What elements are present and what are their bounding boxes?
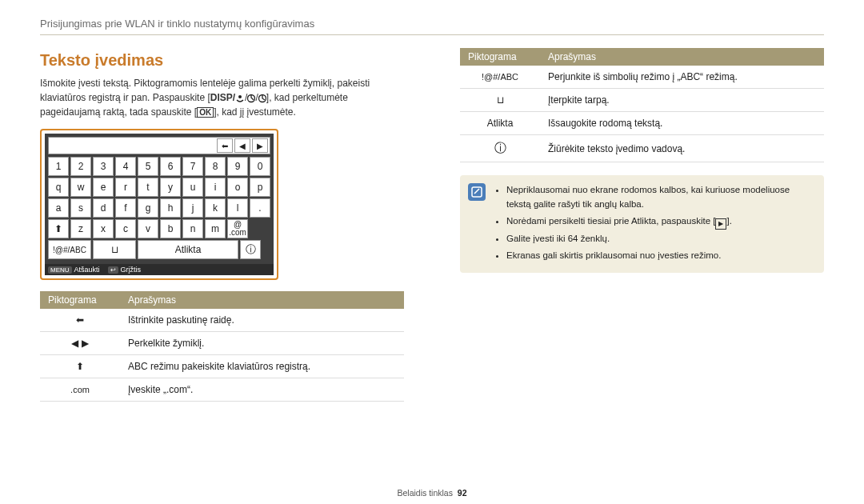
key: k — [205, 198, 226, 218]
table-row: ◀ ▶ Perkelkite žymiklį. — [40, 332, 404, 355]
shift-icon: ⬆ — [40, 355, 120, 378]
keyboard-row: !@#/ABC ⊔ Atlikta ⓘ — [48, 240, 270, 259]
key: w — [70, 178, 91, 197]
th-piktograma: Piktograma — [460, 48, 540, 66]
table-row: ⬅ Ištrinkite paskutinę raidę. — [40, 309, 404, 332]
abc-mode-key: !@#/ABC — [48, 240, 91, 259]
breadcrumb: Prisijungimas prie WLAN ir tinklo nustat… — [40, 18, 824, 35]
key: g — [138, 198, 158, 218]
key: . — [250, 198, 270, 218]
key: l — [227, 198, 248, 218]
section-title: Teksto įvedimas — [40, 51, 404, 70]
key: 7 — [182, 157, 203, 176]
icon-table-left: Piktograma Aprašymas ⬅ Ištrinkite paskut… — [40, 291, 404, 402]
keyboard-footer: MENUAtšaukti ↩Grįžtis — [45, 264, 274, 275]
key: z — [70, 219, 91, 238]
help-key: ⓘ — [240, 240, 261, 259]
key: t — [138, 178, 158, 197]
key: 9 — [227, 157, 248, 176]
play-button-icon: ▶ — [715, 218, 726, 230]
key: x — [93, 219, 114, 238]
note-item: Norėdami persikelti tiesiai prie Atlikta… — [506, 214, 813, 230]
backspace-icon: ⬅ — [217, 138, 233, 153]
timer-icon — [247, 94, 255, 103]
table-row: ⓘ Žiūrėkite teksto įvedimo vadovą. — [460, 135, 824, 162]
cursor-arrows-icon: ◀ ▶ — [40, 332, 120, 355]
key: 0 — [250, 157, 270, 176]
th-piktograma: Piktograma — [40, 291, 120, 309]
table-row: ⊔ Įterpkite tarpą. — [460, 89, 824, 112]
note-item: Galite įvesti iki 64 ženklų. — [506, 232, 813, 246]
menu-chip: MENU — [48, 266, 72, 274]
key: s — [70, 198, 91, 218]
key: 3 — [93, 157, 114, 176]
back-chip: ↩ — [108, 266, 118, 274]
spacebar-key: ⊔ — [93, 240, 136, 259]
table-row: Atlikta Išsaugokite rodomą tekstą. — [460, 112, 824, 135]
key: 4 — [115, 157, 136, 176]
key: c — [115, 219, 136, 238]
key: r — [115, 178, 136, 197]
note-icon — [468, 183, 486, 201]
macro-icon — [235, 94, 245, 103]
table-row: ⬆ ABC režimu pakeiskite klaviatūros regi… — [40, 355, 404, 378]
page-footer: Belaidis tinklas 92 — [0, 488, 864, 498]
keyboard-row: q w e r t y u i o p — [48, 178, 270, 197]
key: p — [250, 178, 270, 197]
icon-table-right: Piktograma Aprašymas !@#/ABC Perjunkite … — [460, 48, 824, 162]
table-row: .com Įveskite „.com“. — [40, 378, 404, 402]
key: 1 — [48, 157, 69, 176]
keyboard-textfield: ⬅ ◀ ▶ — [48, 137, 270, 154]
note-item: Nepriklausomai nuo ekrane rodomos kalbos… — [506, 183, 813, 212]
key: 6 — [160, 157, 181, 176]
key: u — [182, 178, 203, 197]
dotcom-label: .com — [40, 378, 120, 402]
intro-text: Išmokite įvesti tekstą. Piktogramomis le… — [40, 76, 404, 119]
key: h — [160, 198, 181, 218]
key: 8 — [205, 157, 226, 176]
key: o — [227, 178, 248, 197]
key: q — [48, 178, 69, 197]
key: y — [160, 178, 181, 197]
done-key: Atlikta — [138, 240, 238, 259]
shift-key: ⬆ — [48, 219, 69, 238]
th-aprasymas: Aprašymas — [540, 48, 824, 66]
note-box: Nepriklausomai nuo ekrane rodomos kalbos… — [460, 175, 824, 273]
table-row: !@#/ABC Perjunkite iš simbolių režimo į … — [460, 66, 824, 89]
key: a — [48, 198, 69, 218]
space-icon: ⊔ — [460, 89, 540, 112]
done-label: Atlikta — [460, 112, 540, 135]
key: v — [138, 219, 158, 238]
keyboard-row: ⬆ z x c v b n m @.com — [48, 219, 270, 238]
key: f — [115, 198, 136, 218]
backspace-icon: ⬅ — [40, 309, 120, 332]
keyboard-illustration: ⬅ ◀ ▶ 1 2 3 4 5 6 7 8 — [40, 129, 278, 280]
key: n — [182, 219, 203, 238]
th-aprasymas: Aprašymas — [120, 291, 404, 309]
abc-mode-label: !@#/ABC — [460, 66, 540, 89]
key: d — [93, 198, 114, 218]
key: b — [160, 219, 181, 238]
timer-icon — [258, 94, 266, 103]
at-com-key: @.com — [227, 219, 248, 238]
cursor-right-icon: ▶ — [252, 138, 268, 153]
keyboard-row: a s d f g h j k l . — [48, 198, 270, 218]
note-item: Ekranas gali skirtis priklausomai nuo įv… — [506, 249, 813, 263]
key: 2 — [70, 157, 91, 176]
key: j — [182, 198, 203, 218]
svg-point-0 — [238, 95, 242, 98]
key: e — [93, 178, 114, 197]
key: 5 — [138, 157, 158, 176]
cursor-left-icon: ◀ — [234, 138, 250, 153]
key: i — [205, 178, 226, 197]
key: m — [205, 219, 226, 238]
help-icon: ⓘ — [460, 135, 540, 162]
keyboard-row: 1 2 3 4 5 6 7 8 9 0 — [48, 157, 270, 176]
ok-button-ref: OK — [197, 107, 214, 118]
